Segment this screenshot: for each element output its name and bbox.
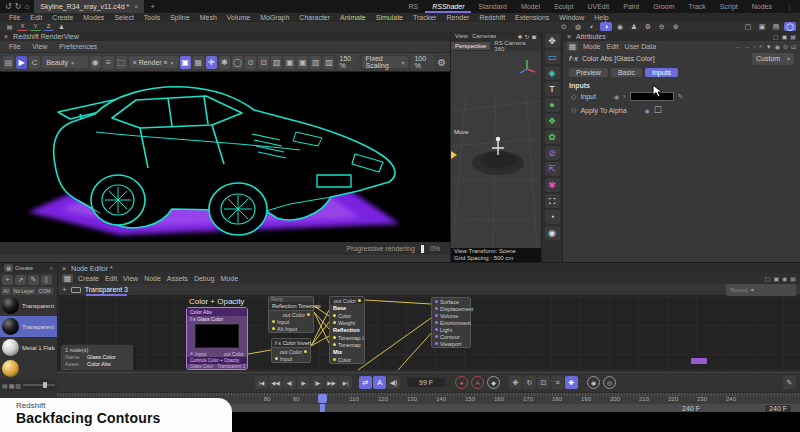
invert-in-port[interactable]: Input <box>280 356 292 362</box>
axis-x-label[interactable]: X <box>17 23 28 31</box>
menu-edit[interactable]: Edit <box>25 14 47 21</box>
animate-dot-icon[interactable]: ◉ <box>645 107 650 114</box>
vp-menu-view[interactable]: View <box>455 33 468 39</box>
output-port-volume[interactable]: Volume <box>432 312 470 319</box>
minus-circle-icon[interactable]: ⊖ <box>656 22 668 31</box>
ramp-out-port[interactable]: out Color <box>283 312 305 318</box>
apply to alpha-expander-icon[interactable]: ◇ <box>571 106 576 114</box>
input-expander-icon[interactable]: ◇ <box>571 93 576 101</box>
output-port-light[interactable]: Light <box>432 326 470 333</box>
menu-create[interactable]: Create <box>47 14 78 21</box>
output-port-environment[interactable]: Environment <box>432 319 470 326</box>
attr-menu-mode[interactable]: Mode <box>583 43 601 50</box>
panel-menu-icon[interactable]: ▦ <box>567 42 578 51</box>
attr-menu-user-data[interactable]: User Data <box>625 43 657 50</box>
ne-menu-edit[interactable]: Edit <box>105 275 117 282</box>
goto-end-button[interactable]: ▶| <box>339 376 352 389</box>
autokey-button[interactable]: A <box>471 376 484 389</box>
team-render-icon[interactable]: ♟ <box>628 22 640 31</box>
material-port-color[interactable]: Color <box>330 356 364 363</box>
menu-simulate[interactable]: Simulate <box>371 14 408 21</box>
lock-icon[interactable]: ▣ <box>180 56 191 69</box>
arrow-icon[interactable]: ↗ <box>15 275 26 285</box>
snapshot-circle-icon[interactable]: ◉ <box>90 56 101 69</box>
autokey-frame-button[interactable]: A <box>373 376 386 389</box>
rv-menu-view[interactable]: View <box>27 43 52 50</box>
circle-dropdown-icon[interactable]: ◯ <box>232 56 243 69</box>
loop-button[interactable]: ⇄ <box>359 376 372 389</box>
group-swatch[interactable] <box>195 324 239 348</box>
rv-menu-preferences[interactable]: Preferences <box>54 43 102 50</box>
deformer-icon[interactable]: ✾ <box>545 178 560 192</box>
layout-tab-rs[interactable]: RS <box>401 0 425 13</box>
preset-dropdown[interactable]: Custom <box>752 53 794 65</box>
rotation-button[interactable]: ↻ <box>523 376 536 389</box>
parameter-button[interactable]: ≡ <box>551 376 564 389</box>
target-icon[interactable]: ⊙ <box>245 56 256 69</box>
create-menu[interactable]: Create <box>15 265 33 271</box>
layout-tab-nodes[interactable]: Nodes <box>745 0 779 13</box>
menu-mograph[interactable]: MoGraph <box>255 14 294 21</box>
viewport-edge-marker[interactable] <box>451 151 457 159</box>
group-output-port[interactable]: out Color <box>224 351 244 357</box>
expand-icon[interactable]: ⊡ <box>258 56 269 69</box>
next-frame-button[interactable]: |▶ <box>311 376 324 389</box>
snowflake-icon[interactable]: ✱ <box>219 56 230 69</box>
sound-button[interactable]: ◀) <box>387 376 400 389</box>
trash-icon[interactable]: ▯ <box>41 275 52 285</box>
character-icon[interactable]: ♟ <box>56 23 67 31</box>
menu-redshift[interactable]: Redshift <box>474 14 510 21</box>
sphere-generator-icon[interactable]: ● <box>545 98 560 112</box>
center-icon[interactable]: ✛ <box>206 56 217 69</box>
layout-tab-track[interactable]: Track <box>682 0 713 13</box>
camera-icon[interactable]: ◉ <box>545 226 560 240</box>
cloner-icon[interactable]: ❖ <box>545 114 560 128</box>
keyframe-button[interactable]: ◆ <box>487 376 500 389</box>
menu-window[interactable]: Window <box>554 14 589 21</box>
menu-animate[interactable]: Animate <box>335 14 371 21</box>
output-port-viewport[interactable]: Viewport <box>432 340 470 347</box>
prev-key-button[interactable]: ◀◀ <box>269 376 282 389</box>
filter-all[interactable]: All <box>1 287 11 295</box>
ramp-port-input[interactable]: Input <box>269 318 313 325</box>
ne-menu-assets[interactable]: Assets <box>167 275 188 282</box>
rv-menu-file[interactable]: File <box>4 43 25 50</box>
output-node[interactable]: SurfaceDisplacementVolumeEnvironmentLigh… <box>431 297 471 348</box>
restart-icon[interactable]: C <box>29 56 40 69</box>
forward-arrow-icon[interactable]: → <box>744 44 750 50</box>
filter-com[interactable]: COM <box>37 287 53 295</box>
goto-start-button[interactable]: |◀ <box>255 376 268 389</box>
crop-icon[interactable]: ⬚ <box>116 56 127 69</box>
layout-tab-groom[interactable]: Groom <box>646 0 681 13</box>
compact-view-icon[interactable]: ▨ <box>15 382 21 389</box>
folder-icon[interactable]: ▤ <box>770 22 782 31</box>
axis-z-label[interactable]: Z <box>43 23 54 31</box>
scale-button[interactable]: ⊡ <box>537 376 550 389</box>
layout-tab-paint[interactable]: Paint <box>616 0 646 13</box>
save-image-icon[interactable]: ▤ <box>3 56 14 69</box>
redo-icon[interactable]: ↻ <box>15 2 22 11</box>
undo-icon[interactable]: ↺ <box>5 2 12 11</box>
material-search-icon[interactable]: ⌕ <box>50 265 53 272</box>
lock-icon[interactable]: ◉ <box>775 43 780 50</box>
prev-frame-button[interactable]: ◀| <box>283 376 296 389</box>
minimized-node[interactable] <box>691 358 707 364</box>
attr-tab-basic[interactable]: Basic <box>611 68 642 77</box>
menu-help[interactable]: Help <box>589 14 613 21</box>
grid-view-icon[interactable]: ▦ <box>9 382 15 389</box>
pin-icon[interactable]: ◉ <box>782 275 787 282</box>
menu-extensions[interactable]: Extensions <box>510 14 554 21</box>
viewport-canvas[interactable]: Move <box>451 51 542 248</box>
node-editor-tab[interactable]: Transparent 3 <box>85 286 128 294</box>
stripes-icon[interactable]: ▨ <box>271 56 282 69</box>
filter-icon[interactable]: ▼ <box>766 44 772 50</box>
panel-menu-icon[interactable]: ▦ <box>4 264 13 272</box>
output-port-surface[interactable]: Surface <box>432 298 470 305</box>
position-button[interactable]: ✥ <box>509 376 522 389</box>
start-ipr-icon[interactable]: ▶ <box>16 56 27 69</box>
close-panel-icon[interactable]: × <box>567 33 571 40</box>
menu-file[interactable]: File <box>4 14 25 21</box>
copy-icon[interactable]: ▧ <box>323 56 334 69</box>
aov-dropdown[interactable]: Beauty <box>42 56 87 68</box>
grid-icon[interactable]: ▦ <box>193 56 204 69</box>
